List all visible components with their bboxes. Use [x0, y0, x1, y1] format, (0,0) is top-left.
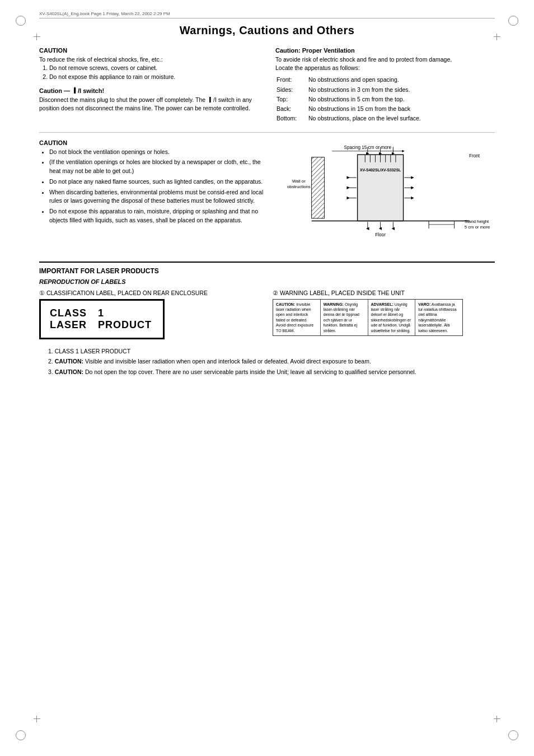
laser-note-2-text: Visible and invisible laser radiation wh…	[85, 358, 371, 365]
warning-label-box: CAUTION: Invisible laser radiation when …	[273, 299, 463, 337]
caution2-title: CAUTION	[39, 139, 264, 146]
divider-1	[39, 132, 495, 133]
caution2-list: Do not block the ventilation openings or…	[49, 148, 264, 225]
laser-section: IMPORTANT FOR LASER PRODUCTS REPRODUCTIO…	[39, 262, 495, 377]
ventilation-body: To avoide risk of electric shock and fir…	[275, 55, 495, 124]
crosshair-br	[494, 716, 500, 722]
caution1-title: CAUTION	[39, 47, 259, 54]
corner-mark-bl	[16, 730, 26, 740]
laser-note-3-num: 3.	[48, 368, 53, 375]
laser-note-2-label: CAUTION:	[55, 358, 83, 365]
corner-mark-br	[508, 730, 518, 740]
vent-value-top: No obstructions in 5 cm from the top.	[308, 95, 421, 104]
vent-row-back: Back: No obstructions in 15 cm from the …	[277, 105, 421, 113]
laser-note-2-num: 2.	[48, 358, 53, 365]
laser-note-3: 3. CAUTION: Do not open the top cover. T…	[48, 368, 495, 377]
caution2-item-5: Do not expose this apparatus to rain, mo…	[49, 207, 264, 225]
wl-body-1: Invisible laser radiation when open and …	[276, 302, 313, 333]
laser-note-1: 1. CLASS 1 LASER PRODUCT	[48, 347, 495, 356]
wl-header-2: WARNING:	[324, 302, 344, 306]
wall-label2: obstructions	[287, 184, 311, 189]
laser-note-1-num: 1.	[48, 348, 53, 354]
vent-row-bottom: Bottom: No obstructions, place on the le…	[277, 114, 421, 123]
lower-section: CAUTION Do not block the ventilation ope…	[39, 139, 495, 253]
labels-row: ① CLASSIFICATION LABEL, PLACED ON REAR E…	[39, 290, 495, 339]
col-right-top: Caution: Proper Ventilation To avoide ri…	[275, 47, 495, 124]
product-text: PRODUCT	[98, 319, 152, 331]
caution1-body: To reduce the risk of electrical shocks,…	[39, 55, 259, 82]
vent-label-front: Front:	[277, 76, 307, 84]
caution-switch-body: Disconnect the mains plug to shut the po…	[39, 96, 259, 113]
ventilation-intro: To avoide risk of electric shock and fir…	[275, 56, 452, 63]
vent-value-sides: No obstructions in 3 cm from the sides.	[308, 86, 421, 94]
laser-notes: 1. CLASS 1 LASER PRODUCT 2. CAUTION: Vis…	[39, 347, 495, 377]
caution2-item-3: Do not place any naked flame sources, su…	[49, 178, 264, 186]
lower-left: CAUTION Do not block the ventilation ope…	[39, 139, 264, 253]
wall-box	[311, 157, 324, 218]
caution1-item-2: Do not expose this appliance to rain or …	[49, 73, 259, 81]
vent-row-front: Front: No obstructions and open spacing.	[277, 76, 421, 84]
device-box	[357, 155, 403, 221]
class-label-box: CLASS 1 LASER PRODUCT	[39, 299, 165, 339]
wl-body-3: Usynlig laser stråling når deksel er åbn…	[371, 302, 411, 333]
stand-label1: Stand height	[464, 219, 489, 224]
caution1-list: Do not remove screws, covers or cabinet.…	[49, 64, 259, 81]
vent-label-bottom: Bottom:	[277, 114, 307, 123]
caution2-item-2: (If the ventilation openings or holes ar…	[49, 158, 264, 176]
caution-switch-title: Caution — ⏽/I switch!	[39, 87, 259, 94]
wl-cell-4: VARO: Avattaessa ja tur-valaitua ohittae…	[415, 300, 462, 336]
class-line-2: LASER PRODUCT	[50, 319, 152, 331]
vent-row-top: Top: No obstructions in 5 cm from the to…	[277, 95, 421, 104]
ventilation-locate: Locate the apperatus as follows:	[275, 64, 360, 71]
warning-label-section: ② WARNING LABEL, PLACED INSIDE THE UNIT …	[273, 290, 495, 337]
caution-switch: Caution — ⏽/I switch! Disconnect the mai…	[39, 87, 259, 113]
header-bar: XV-S402SL(A)_Eng.book Page 1 Friday, Mar…	[39, 11, 495, 18]
classification-label-section: ① CLASSIFICATION LABEL, PLACED ON REAR E…	[39, 290, 261, 339]
vent-value-bottom: No obstructions, place on the level surf…	[308, 114, 421, 123]
vent-value-back: No obstructions in 15 cm from the back	[308, 105, 421, 113]
corner-mark-tr	[508, 16, 518, 26]
wl-header-4: VARO:	[418, 302, 430, 306]
repro-title: REPRODUCTION OF LABELS	[39, 278, 495, 285]
vent-row-sides: Sides: No obstructions in 3 cm from the …	[277, 86, 421, 94]
class-text: CLASS	[50, 307, 87, 319]
crosshair-tl	[34, 34, 40, 40]
crosshair-tr	[494, 34, 500, 40]
class-line-1: CLASS 1	[50, 307, 152, 319]
label2-number: ② WARNING LABEL, PLACED INSIDE THE UNIT	[273, 290, 495, 296]
wl-cell-2: WARNING: Osynlig laser-strålning när den…	[321, 300, 368, 336]
laser-text: LASER	[50, 319, 87, 331]
ventilation-table: Front: No obstructions and open spacing.…	[275, 74, 422, 124]
caution1-intro: To reduce the risk of electrical shocks,…	[39, 56, 163, 63]
wl-header-1: CAUTION:	[276, 302, 295, 306]
caution1-item-1: Do not remove screws, covers or cabinet.	[49, 64, 259, 72]
laser-note-1-text: CLASS 1 LASER PRODUCT	[55, 348, 130, 354]
laser-note-3-label: CAUTION:	[55, 368, 83, 375]
wl-body-2: Osynlig laser-strålning när denna del är…	[324, 302, 359, 333]
front-label: Front	[469, 153, 480, 158]
vent-label-back: Back:	[277, 105, 307, 113]
crosshair-bl	[34, 716, 40, 722]
wl-header-3: ADVARSEL:	[371, 302, 394, 306]
page: XV-S402SL(A)_Eng.book Page 1 Friday, Mar…	[0, 0, 534, 756]
caution2-item-1: Do not block the ventilation openings or…	[49, 148, 264, 157]
top-two-col: CAUTION To reduce the risk of electrical…	[39, 47, 495, 124]
laser-note-3-text: Do not open the top cover. There are no …	[85, 368, 416, 375]
class-num: 1	[98, 307, 104, 319]
vent-label-sides: Sides:	[277, 86, 307, 94]
ventilation-diagram: Spacing 15 cm or more Front XV-S402SL/XV…	[281, 139, 495, 251]
header-text: XV-S402SL(A)_Eng.book Page 1 Friday, Mar…	[39, 11, 170, 16]
label1-number: ① CLASSIFICATION LABEL, PLACED ON REAR E…	[39, 290, 261, 296]
lower-right: Spacing 15 cm or more Front XV-S402SL/XV…	[281, 139, 495, 253]
corner-mark-tl	[16, 16, 26, 26]
vent-value-front: No obstructions and open spacing.	[308, 76, 421, 84]
wl-cell-3: ADVARSEL: Usynlig laser stråling når dek…	[368, 300, 416, 336]
vent-label-top: Top:	[277, 95, 307, 104]
main-content: CAUTION To reduce the risk of electrical…	[39, 47, 495, 377]
page-title: Warnings, Cautions and Others	[22, 24, 512, 37]
floor-label: Floor	[375, 232, 386, 237]
wl-cell-1: CAUTION: Invisible laser radiation when …	[273, 300, 321, 336]
wall-label: Wall or	[292, 179, 306, 184]
wl-body-4: Avattaessa ja tur-valaitua ohittaessa ol…	[418, 302, 456, 333]
laser-title: IMPORTANT FOR LASER PRODUCTS	[39, 267, 495, 275]
